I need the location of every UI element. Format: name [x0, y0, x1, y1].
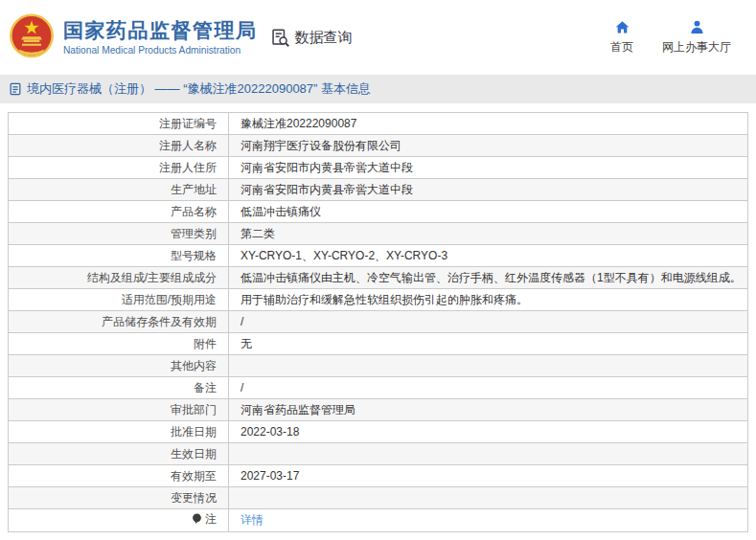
table-row: 管理类别 第二类	[9, 223, 748, 245]
row-value: 第二类	[229, 223, 748, 245]
row-value	[229, 487, 748, 509]
row-value: 2027-03-17	[229, 465, 748, 487]
row-value: 河南省药品监督管理局	[229, 399, 748, 421]
row-label: 附件	[194, 336, 217, 352]
detail-link[interactable]: 详情	[241, 513, 263, 527]
data-query-icon	[270, 28, 290, 48]
brand-text: 国家药品监督管理局 National Medical Products Admi…	[63, 19, 258, 55]
table-row: 附件 无	[9, 333, 748, 355]
row-value: 豫械注准20222090087	[229, 113, 748, 135]
table-row: 生效日期	[9, 443, 748, 465]
table-row: 其他内容	[9, 355, 748, 377]
row-label: 产品储存条件及有效期	[102, 314, 217, 330]
table-row: 注册人名称 河南翔宇医疗设备股份有限公司	[9, 135, 748, 157]
row-label: 备注	[194, 380, 217, 396]
data-query-tab[interactable]: 数据查询	[270, 28, 353, 48]
row-label: 生效日期	[171, 446, 217, 462]
page: 国家药品监督管理局 National Medical Products Admi…	[0, 0, 756, 532]
table-row: 适用范围/预期用途 用于辅助治疗和缓解急性软组织损伤引起的肿胀和疼痛。	[9, 289, 748, 311]
row-label: 其他内容	[171, 358, 217, 374]
row-label: 管理类别	[171, 226, 217, 242]
row-value: /	[229, 377, 748, 399]
row-value: 河南翔宇医疗设备股份有限公司	[229, 135, 748, 157]
table-row: 备注 /	[9, 377, 748, 399]
nav-home[interactable]: 首页	[610, 19, 633, 56]
note-icon	[192, 513, 202, 525]
org-name-cn: 国家药品监督管理局	[63, 19, 258, 42]
national-emblem-icon	[8, 12, 56, 62]
breadcrumb: 境内医疗器械（注册） —— “豫械注准20222090087” 基本信息	[0, 75, 756, 103]
nav-service-hall[interactable]: 网上办事大厅	[662, 19, 731, 56]
row-label: 批准日期	[171, 424, 217, 440]
org-name-en: National Medical Products Administration	[63, 45, 258, 56]
row-value: 无	[229, 333, 748, 355]
brand-logo[interactable]: 国家药品监督管理局 National Medical Products Admi…	[8, 12, 258, 62]
row-label: 注册人名称	[159, 138, 217, 154]
row-value	[229, 443, 748, 465]
table-row: 有效期至 2027-03-17	[9, 465, 748, 487]
table-row: 产品储存条件及有效期 /	[9, 311, 748, 333]
info-table-body: 注册证编号 豫械注准20222090087 注册人名称 河南翔宇医疗设备股份有	[9, 113, 748, 532]
table-row: 变更情况	[9, 487, 748, 509]
table-row: 生产地址 河南省安阳市内黄县帝喾大道中段	[9, 179, 748, 201]
row-label: 产品名称	[171, 204, 217, 220]
home-icon	[614, 19, 630, 35]
table-row: 产品名称 低温冲击镇痛仪	[9, 201, 748, 223]
data-query-label: 数据查询	[295, 29, 353, 47]
row-label: 注册证编号	[159, 116, 217, 132]
row-value	[229, 355, 748, 377]
row-value: 详情	[229, 509, 748, 532]
nav-service-hall-label: 网上办事大厅	[662, 39, 731, 56]
table-row: 注册证编号 豫械注准20222090087	[9, 113, 748, 135]
row-value: XY-CRYO-1、XY-CRYO-2、XY-CRYO-3	[229, 245, 748, 267]
table-row: 注 详情	[9, 509, 748, 532]
row-label: 生产地址	[171, 182, 217, 198]
row-value: 河南省安阳市内黄县帝喾大道中段	[229, 157, 748, 179]
row-value: /	[229, 311, 748, 333]
table-row: 审批部门 河南省药品监督管理局	[9, 399, 748, 421]
row-label: 注	[205, 511, 217, 528]
table-row: 型号规格 XY-CRYO-1、XY-CRYO-2、XY-CRYO-3	[9, 245, 748, 267]
row-label: 适用范围/预期用途	[122, 292, 217, 308]
row-value: 2022-03-18	[229, 421, 748, 443]
row-value: 低温冲击镇痛仪	[229, 201, 748, 223]
site-header: 国家药品监督管理局 National Medical Products Admi…	[0, 0, 756, 75]
row-value: 低温冲击镇痛仪由主机、冷空气输出管、治疗手柄、红外温度传感器（1型不具有）和电源…	[229, 267, 748, 289]
row-label: 变更情况	[171, 490, 217, 506]
table-row: 结构及组成/主要组成成分 低温冲击镇痛仪由主机、冷空气输出管、治疗手柄、红外温度…	[9, 267, 748, 289]
breadcrumb-text: 境内医疗器械（注册） —— “豫械注准20222090087” 基本信息	[27, 80, 371, 98]
table-row: 注册人住所 河南省安阳市内黄县帝喾大道中段	[9, 157, 748, 179]
row-label: 型号规格	[171, 248, 217, 264]
row-label: 审批部门	[171, 402, 217, 418]
top-nav: 首页 网上办事大厅	[610, 19, 731, 56]
row-label: 结构及组成/主要组成成分	[87, 270, 217, 286]
row-label: 有效期至	[171, 468, 217, 484]
info-table: 注册证编号 豫械注准20222090087 注册人名称 河南翔宇医疗设备股份有	[8, 112, 748, 532]
table-row: 批准日期 2022-03-18	[9, 421, 748, 443]
row-value: 河南省安阳市内黄县帝喾大道中段	[229, 179, 748, 201]
row-label: 注册人住所	[159, 160, 217, 176]
person-icon	[689, 19, 705, 35]
document-icon	[9, 82, 22, 96]
row-value: 用于辅助治疗和缓解急性软组织损伤引起的肿胀和疼痛。	[229, 289, 748, 311]
nav-home-label: 首页	[610, 39, 633, 56]
